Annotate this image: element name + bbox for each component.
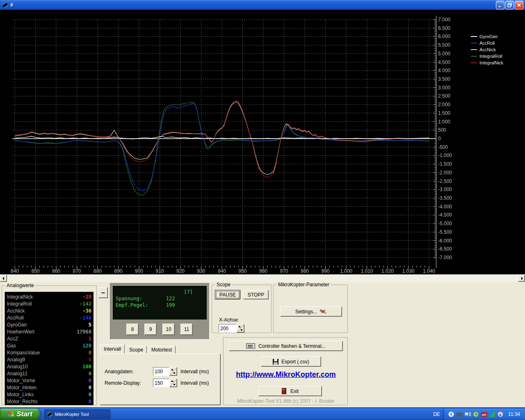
svg-text:4.000: 4.000 <box>438 68 450 73</box>
lcd-menu-button-11[interactable]: 11 <box>180 324 193 335</box>
analog-value: -142 <box>80 301 91 307</box>
analog-label: Motor_Rechts <box>7 399 38 404</box>
mikrokopter-link[interactable]: http://www.MikroKopter.com <box>224 370 348 379</box>
svg-text:990: 990 <box>321 268 329 274</box>
analog-value: -28 <box>82 294 91 300</box>
taskbar-item-mikrokopter[interactable]: MikroKopter Tool <box>44 409 111 419</box>
legend-swatch <box>471 62 477 63</box>
stopp-button[interactable]: STOPP <box>243 290 269 299</box>
svg-text:1.500: 1.500 <box>438 110 450 116</box>
analog-row: Analog10100 <box>7 363 91 370</box>
analogdaten-input[interactable] <box>153 367 169 376</box>
xachse-input[interactable] <box>219 324 237 333</box>
analog-row: Motor_Hinten0 <box>7 384 91 391</box>
legend-label: GyroGier <box>479 34 498 39</box>
lcd-button-row: 891011 <box>113 324 207 335</box>
parameter-groupbox: MikroKopter-Parameter Settings... <box>273 285 348 333</box>
tray-camera-icon[interactable] <box>457 411 463 418</box>
tray-ati-icon[interactable]: ATI <box>481 411 487 418</box>
taskbar: Start MikroKopter Tool DE <box>0 409 525 420</box>
exit-door-icon <box>282 388 286 394</box>
save-floppy-icon <box>273 359 278 365</box>
window-title: # <box>10 2 13 8</box>
export-csv-label: Export (.csv) <box>281 359 309 365</box>
lcd-line-2: Spannung: 122 <box>116 295 205 302</box>
svg-text:7.000: 7.000 <box>438 17 450 23</box>
tab-motortest[interactable]: Motortest <box>148 346 176 354</box>
svg-text:500: 500 <box>438 127 446 133</box>
svg-text:-3.500: -3.500 <box>438 195 452 201</box>
svg-text:870: 870 <box>73 268 81 274</box>
spinner-updown-icon <box>237 324 244 332</box>
desktop: # 7.0006.5006.0005.5005.0004.5004.0003.5… <box>0 0 525 420</box>
language-indicator[interactable]: DE <box>429 411 444 417</box>
analog-label: Gas <box>7 343 16 349</box>
intervall-tab-panel: Analogdaten: Intervall (ms) Remote-Displ… <box>100 354 221 405</box>
spinner-updown-icon <box>170 368 177 375</box>
svg-text:910: 910 <box>155 268 164 274</box>
settings-tabcontrol: Intervall Scope Motortest Analogdaten: <box>100 345 221 405</box>
svg-text:-500: -500 <box>438 144 448 150</box>
lcd-menu-button-8[interactable]: 8 <box>126 324 139 335</box>
tray-avast-icon[interactable]: a <box>498 411 504 418</box>
start-button[interactable]: Start <box>0 409 40 420</box>
xachse-spinner-button[interactable] <box>237 324 244 333</box>
pause-button[interactable]: PAUSE <box>215 290 240 299</box>
restore-button[interactable] <box>505 1 514 9</box>
scroll-right-button[interactable] <box>518 275 525 282</box>
analog-label: Analog11 <box>7 371 27 377</box>
svg-text:2.500: 2.500 <box>438 93 450 99</box>
tray-collapse-chevron-icon[interactable] <box>448 411 454 418</box>
app-chip-icon <box>2 2 8 8</box>
analogdaten-label: Analogdaten: <box>105 369 153 374</box>
tray-signal-bars-icon[interactable] <box>489 411 495 418</box>
tray-display-wave-icon[interactable] <box>465 411 471 418</box>
analog-value: 120 <box>82 343 91 349</box>
analog-row: Analog90 <box>7 356 91 363</box>
legend-label: AccRoll <box>479 41 495 46</box>
close-button[interactable] <box>515 1 523 9</box>
analog-label: Analog9 <box>7 357 25 363</box>
flash-terminal-button[interactable]: Controller flashen & Terminal... <box>229 341 343 351</box>
analog-value: 0 <box>89 385 91 390</box>
analog-label: Motor_Links <box>7 392 34 397</box>
legend-label: AccNick <box>479 47 496 52</box>
remote-display-unit: Intervall (ms) <box>180 380 209 386</box>
tab-scope[interactable]: Scope <box>126 346 147 354</box>
remote-display-panel: [7] Spannung: 122 Empf.Pegel: 199 891011 <box>110 283 210 340</box>
minimize-button[interactable] <box>496 1 504 9</box>
analog-label: IntegralNick <box>7 294 33 300</box>
legend-swatch <box>471 56 477 57</box>
windows-logo-icon <box>8 411 14 418</box>
scope-plot: 7.0006.5006.0005.5005.0004.5004.0003.500… <box>0 10 525 274</box>
analogdaten-spinner-button[interactable] <box>169 367 177 376</box>
scope-chart-area: 7.0006.5006.0005.5005.0004.5004.0003.500… <box>0 10 525 274</box>
analog-value: 1 <box>89 336 91 342</box>
version-text: MikroKopter-Tool V1.46b (c) 2007 - I. Bu… <box>224 398 348 404</box>
taskbar-clock: 11:34 <box>508 411 520 417</box>
analog-row: Gas120 <box>7 342 91 349</box>
tab-intervall[interactable]: Intervall <box>100 345 125 354</box>
collapse-panel-button[interactable]: – <box>98 287 108 298</box>
scroll-left-button[interactable] <box>0 275 7 282</box>
svg-text:960: 960 <box>259 268 267 274</box>
analogdaten-unit: Intervall (ms) <box>180 369 209 374</box>
exit-button[interactable]: Exit <box>258 386 322 396</box>
lcd-menu-button-9[interactable]: 9 <box>144 324 157 335</box>
svg-text:930: 930 <box>197 268 205 274</box>
svg-text:3.000: 3.000 <box>438 85 450 91</box>
analog-label: Motor_Vorne <box>7 378 35 383</box>
settings-button[interactable]: Settings... <box>280 306 342 317</box>
tray-scheduler-clock-icon[interactable] <box>473 411 479 418</box>
flash-terminal-label: Controller flashen & Terminal... <box>258 343 326 349</box>
analog-row: KompassValue0 <box>7 349 91 356</box>
remote-display-spinner-button[interactable] <box>169 379 177 387</box>
control-panel: Analogwerte IntegralNick-28IntegralRoll-… <box>0 282 525 407</box>
chart-hscrollbar[interactable] <box>0 274 525 282</box>
lcd-menu-button-10[interactable]: 10 <box>162 324 175 335</box>
svg-text:3.500: 3.500 <box>438 76 450 82</box>
svg-text:-2.500: -2.500 <box>438 178 452 184</box>
export-csv-button[interactable]: Export (.csv) <box>261 356 321 367</box>
remote-display-input[interactable] <box>153 379 169 387</box>
analog-row: AccZ1 <box>7 335 91 342</box>
